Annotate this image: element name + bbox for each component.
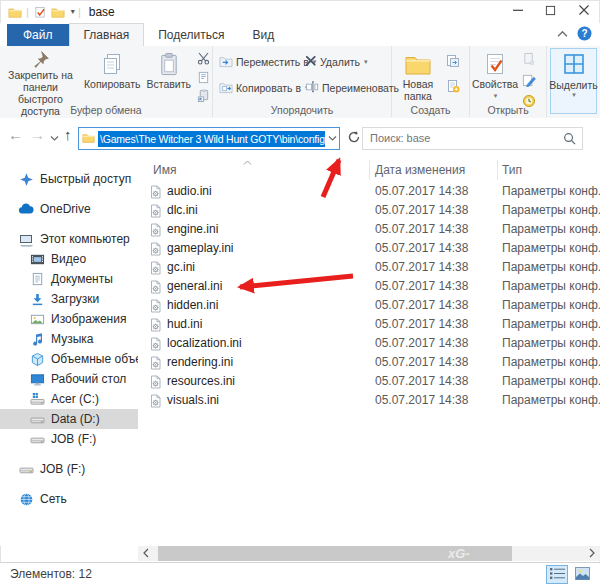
titlebar: | ▾ | base <box>0 0 600 23</box>
column-header-name[interactable]: Имя <box>153 158 176 182</box>
delete-button[interactable]: Удалить▾ <box>305 54 399 70</box>
recent-locations-icon[interactable] <box>50 131 59 145</box>
file-row[interactable]: gc.ini 05.07.2017 14:38 Параметры конф..… <box>138 258 600 277</box>
file-row[interactable]: localization.ini 05.07.2017 14:38 Параме… <box>138 334 600 353</box>
tab-file[interactable]: Файл <box>7 24 69 46</box>
file-type: Параметры конф... <box>502 182 600 201</box>
column-header-type[interactable]: Тип <box>502 158 522 182</box>
sidebar-item-label: Сеть <box>40 492 67 506</box>
column-divider[interactable] <box>497 160 498 180</box>
copy-path-button[interactable] <box>194 70 212 87</box>
paste-icon <box>158 50 180 78</box>
new-item-button[interactable] <box>444 79 462 96</box>
address-dropdown-icon[interactable] <box>325 135 339 142</box>
tab-view[interactable]: Вид <box>238 24 288 46</box>
rename-icon <box>305 80 319 96</box>
qat-properties-icon[interactable] <box>33 4 48 19</box>
file-row[interactable]: rendering.ini 05.07.2017 14:38 Параметры… <box>138 353 600 372</box>
sidebar-item[interactable]: Видео <box>0 249 138 269</box>
select-button[interactable]: Выделить ▾ <box>550 48 597 114</box>
column-divider[interactable] <box>369 160 370 180</box>
thumbnail-view-button[interactable] <box>571 565 593 584</box>
details-view-button[interactable] <box>546 565 568 584</box>
file-row[interactable]: hud.ini 05.07.2017 14:38 Параметры конф.… <box>138 315 600 334</box>
file-row[interactable]: gameplay.ini 05.07.2017 14:38 Параметры … <box>138 239 600 258</box>
edit-button[interactable] <box>520 73 538 90</box>
sidebar-item[interactable]: JOB (F:) <box>0 429 138 449</box>
sidebar-item-label: OneDrive <box>40 202 91 216</box>
file-row[interactable]: dlc.ini 05.07.2017 14:38 Параметры конф.… <box>138 201 600 220</box>
navigation-bar: ← → ↑ \Games\The Witcher 3 Wild Hunt GOT… <box>0 118 600 155</box>
file-name: engine.ini <box>167 220 218 239</box>
select-grid-icon <box>563 49 585 79</box>
open-button[interactable] <box>520 52 538 69</box>
window-title: base <box>89 5 115 19</box>
sidebar-item[interactable]: Быстрый доступ <box>0 169 138 189</box>
ribbon: Закрепить на панели быстрого доступа Коп… <box>0 46 600 119</box>
file-name: gc.ini <box>167 258 195 277</box>
sidebar-item[interactable]: Музыка <box>0 329 138 349</box>
download-icon <box>29 291 45 307</box>
maximize-button[interactable] <box>534 0 567 23</box>
back-button[interactable]: ← <box>8 122 23 148</box>
qat-dropdown-icon[interactable]: ▾ <box>71 7 75 16</box>
sidebar-item[interactable]: Data (D:) <box>0 409 138 429</box>
tab-share[interactable]: Поделиться <box>144 24 238 46</box>
file-list: audio.ini 05.07.2017 14:38 Параметры кон… <box>138 182 600 410</box>
organize-group-label: Упорядочить <box>213 104 391 116</box>
ini-file-icon <box>149 242 162 256</box>
tab-home[interactable]: Главная <box>69 23 145 47</box>
close-button[interactable] <box>567 0 600 23</box>
rename-button[interactable]: Переименовать <box>305 80 399 96</box>
file-row[interactable]: resources.ini 05.07.2017 14:38 Параметры… <box>138 372 600 391</box>
ini-file-icon <box>149 280 162 294</box>
refresh-button[interactable] <box>345 129 363 147</box>
easy-access-button[interactable] <box>444 54 462 71</box>
file-row[interactable]: hidden.ini 05.07.2017 14:38 Параметры ко… <box>138 296 600 315</box>
sidebar-item[interactable]: Сеть <box>0 489 138 509</box>
horizontal-scrollbar[interactable]: xG- <box>138 546 600 561</box>
sidebar-item[interactable]: JOB (F:) <box>0 459 138 479</box>
scroll-left-icon[interactable] <box>140 548 152 559</box>
file-type: Параметры конф... <box>502 277 600 296</box>
move-to-button[interactable]: Переместить в▾ <box>219 54 305 70</box>
sidebar-item[interactable]: Этот компьютер <box>0 229 138 249</box>
column-header-date[interactable]: Дата изменения <box>375 158 465 182</box>
sidebar-item[interactable]: Изображения <box>0 309 138 329</box>
file-row[interactable]: audio.ini 05.07.2017 14:38 Параметры кон… <box>138 182 600 201</box>
file-pane: Имя Дата изменения Тип audio.ini 05.07.2… <box>138 155 600 546</box>
sidebar-item[interactable]: Документы <box>0 269 138 289</box>
minimize-button[interactable] <box>501 0 534 23</box>
ini-file-icon <box>149 394 162 408</box>
delete-icon <box>305 55 317 69</box>
drive-os-icon <box>29 391 45 407</box>
sort-ascending-icon <box>243 155 252 169</box>
drive-icon <box>29 411 45 427</box>
sidebar-item[interactable]: OneDrive <box>0 199 138 219</box>
sidebar-item[interactable]: Объемные объекты <box>0 349 138 369</box>
search-box[interactable]: Поиск: base <box>362 127 583 150</box>
address-bar[interactable]: \Games\The Witcher 3 Wild Hunt GOTY\bin\… <box>78 127 340 150</box>
file-name: hidden.ini <box>167 296 218 315</box>
file-row[interactable]: visuals.ini 05.07.2017 14:38 Параметры к… <box>138 391 600 410</box>
help-icon[interactable]: ? <box>577 26 592 44</box>
copy-to-button[interactable]: Копировать в▾ <box>219 80 305 96</box>
scroll-right-icon[interactable] <box>586 548 598 559</box>
file-date: 05.07.2017 14:38 <box>375 372 468 391</box>
drive-icon <box>29 431 45 447</box>
ini-file-icon <box>149 261 162 275</box>
forward-button[interactable]: → <box>30 122 45 148</box>
collapse-ribbon-icon[interactable] <box>557 28 568 42</box>
sidebar-item[interactable]: Загрузки <box>0 289 138 309</box>
search-icon[interactable] <box>563 132 576 148</box>
pictures-icon <box>29 311 45 327</box>
file-row[interactable]: general.ini 05.07.2017 14:38 Параметры к… <box>138 277 600 296</box>
qat-new-folder-icon[interactable] <box>51 4 66 19</box>
file-row[interactable]: engine.ini 05.07.2017 14:38 Параметры ко… <box>138 220 600 239</box>
cut-button[interactable] <box>194 51 212 68</box>
sidebar-item[interactable]: Рабочий стол <box>0 369 138 389</box>
sidebar-item[interactable]: Acer (C:) <box>0 389 138 409</box>
ini-file-icon <box>149 185 162 199</box>
up-button[interactable]: ↑ <box>64 122 72 148</box>
drive-icon <box>18 461 34 477</box>
